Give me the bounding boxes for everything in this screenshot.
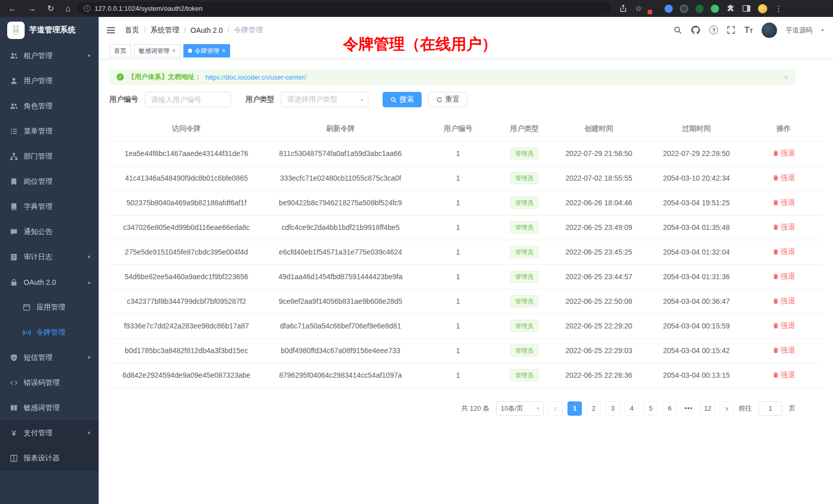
more-pages-button[interactable]: ••• [681, 401, 696, 416]
tab-token[interactable]: 令牌管理 × [183, 44, 230, 57]
user-id-input[interactable] [145, 92, 231, 107]
puzzle-icon[interactable] [726, 4, 735, 13]
page-button-6[interactable]: 6 [662, 401, 677, 416]
breadcrumb-oauth2[interactable]: OAuth 2.0 [191, 26, 223, 34]
page-button-3[interactable]: 3 [605, 401, 620, 416]
home-icon[interactable]: ⌂ [65, 5, 70, 13]
force-logout-button[interactable]: 强退 [772, 173, 795, 183]
tab-sensitiveword[interactable]: 敏感词管理 × [134, 44, 180, 57]
filter-form: 用户编号 用户类型 请选择用户类型 ▾ 搜索 重置 [109, 92, 796, 107]
sidebar-item-report[interactable]: 报表设计器 [0, 445, 99, 471]
sidebar-item-sms[interactable]: 短信管理 ▾ [0, 345, 99, 370]
close-icon[interactable]: × [222, 47, 225, 54]
extension-blue-icon[interactable] [665, 5, 673, 13]
force-logout-button[interactable]: 强退 [772, 149, 795, 158]
menu-fold-icon[interactable] [106, 25, 116, 35]
page-button-4[interactable]: 4 [624, 401, 639, 416]
user-name[interactable]: 芋道源码 [786, 26, 812, 35]
force-logout-button[interactable]: 强退 [772, 198, 795, 207]
cell-expire-time: 2022-07-29 22:28:50 [648, 141, 745, 166]
sidebar-item-role[interactable]: 角色管理 [0, 93, 99, 119]
book-open-icon [10, 404, 18, 412]
app-logo[interactable]: 芋道管理系统 [0, 17, 99, 43]
force-logout-button[interactable]: 强退 [772, 272, 795, 281]
page-button-5[interactable]: 5 [643, 401, 658, 416]
cell-refresh-token: b0df4980ffd34c67a08f9156e4eee733 [263, 338, 418, 363]
sidebar-item-oauth2-app[interactable]: 应用管理 [0, 295, 99, 320]
chevron-down-icon: ▾ [87, 52, 90, 59]
tab-home[interactable]: 首页 [109, 44, 131, 57]
chevron-down-icon[interactable]: ▾ [821, 27, 824, 33]
close-icon[interactable]: × [172, 47, 176, 54]
trash-icon [772, 273, 779, 280]
force-logout-button[interactable]: 强退 [772, 321, 795, 331]
force-logout-button[interactable]: 强退 [772, 297, 795, 306]
sidebar-item-oauth2[interactable]: OAuth 2.0 ▴ [0, 269, 99, 295]
reload-icon[interactable]: ↻ [47, 5, 54, 13]
search-button[interactable]: 搜索 [383, 92, 422, 107]
user-type-select[interactable]: 请选择用户类型 ▾ [281, 92, 368, 107]
side-panel-icon[interactable] [742, 4, 751, 13]
user-icon [10, 77, 18, 85]
prev-page-button[interactable]: ‹ [548, 401, 563, 416]
site-info-icon[interactable]: i [84, 5, 90, 12]
extension-dark-icon[interactable] [680, 5, 688, 13]
url-bar[interactable]: i 127.0.0.1:1024/system/oauth2/token [78, 2, 612, 15]
forward-icon[interactable]: → [28, 5, 36, 13]
sidebar-item-dept[interactable]: 部门管理 [0, 144, 99, 169]
active-dot [188, 49, 192, 53]
help-icon[interactable]: ? [709, 26, 718, 34]
bookmark-star-icon[interactable]: ☆ [635, 5, 642, 13]
user-avatar[interactable] [762, 23, 777, 38]
cell-user-type: 管理员 [499, 314, 550, 338]
font-size-icon[interactable]: TT [744, 26, 753, 35]
table-row: 41c41346a548490f9dc8b01c6bfe0865 333ecfc… [109, 166, 822, 190]
table-row: f9336e7c7dd242a283ee98dc86b17a87 dfa6c71… [109, 314, 822, 338]
token-table: 访问令牌 刷新令牌 用户编号 用户类型 创建时间 过期时间 操作 1ea5e44… [109, 117, 822, 388]
cell-create-time: 2022-06-25 22:26:36 [550, 363, 648, 387]
user-type-badge: 管理员 [510, 270, 539, 283]
breadcrumb-system[interactable]: 系统管理 [150, 26, 179, 35]
sidebar-item-oauth2-token[interactable]: 令牌管理 [0, 320, 99, 345]
cell-access-token: b0d1785bc3a8482f812db4a3f3bd15ec [109, 338, 263, 363]
extension-badge-icon[interactable] [649, 5, 657, 13]
sidebar-item-menu[interactable]: 菜单管理 [0, 119, 99, 144]
next-page-button[interactable]: › [720, 401, 734, 416]
browser-chrome: ← → ↻ ⌂ i 127.0.0.1:1024/system/oauth2/t… [0, 0, 833, 17]
goto-page-input[interactable] [759, 401, 782, 416]
sidebar-item-user[interactable]: 用户管理 [0, 68, 99, 93]
force-logout-button[interactable]: 强退 [772, 371, 795, 380]
share-icon[interactable] [619, 4, 628, 13]
table-row: 275e5de9151045fe87cbdc395e004f4d e6cfd40… [109, 240, 822, 264]
force-logout-button[interactable]: 强退 [772, 247, 795, 257]
fullscreen-icon[interactable] [727, 26, 735, 34]
page-button-2[interactable]: 2 [586, 401, 601, 416]
sidebar-item-pay[interactable]: ¥ 支付管理 ▾ [0, 420, 99, 445]
back-icon[interactable]: ← [8, 5, 16, 13]
sidebar-item-notice[interactable]: 通知公告 [0, 219, 99, 244]
sidebar-item-sensitiveword[interactable]: 敏感词管理 [0, 395, 99, 420]
sidebar-item-dict[interactable]: 字典管理 [0, 194, 99, 219]
sidebar-item-auditlog[interactable]: 审计日志 ▾ [0, 244, 99, 269]
github-icon[interactable] [691, 25, 701, 35]
force-logout-button[interactable]: 强退 [772, 223, 795, 232]
cell-user-id: 1 [418, 190, 499, 215]
breadcrumb-home[interactable]: 首页 [125, 26, 139, 35]
extension-green-icon[interactable] [711, 5, 719, 13]
extension-darkgreen-icon[interactable] [695, 5, 704, 13]
search-icon[interactable] [673, 26, 682, 34]
sidebar-item-post[interactable]: 岗位管理 [0, 169, 99, 194]
browser-menu-icon[interactable]: ⋮ [774, 4, 782, 13]
cell-user-type: 管理员 [499, 289, 550, 314]
page-button-12[interactable]: 12 [701, 401, 715, 416]
close-icon[interactable]: × [784, 73, 788, 82]
doc-link[interactable]: https://doc.iocoder.cn/user-center/ [205, 73, 306, 81]
reset-button[interactable]: 重置 [428, 92, 467, 107]
browser-profile-avatar[interactable] [758, 4, 767, 13]
page-button-1[interactable]: 1 [567, 401, 582, 416]
sidebar-item-tenant[interactable]: 租户管理 ▾ [0, 43, 99, 68]
sidebar-item-errorcode[interactable]: 错误码管理 [0, 370, 99, 395]
lock-icon [10, 278, 18, 286]
page-size-select[interactable]: 10条/页 ▾ [496, 401, 544, 416]
force-logout-button[interactable]: 强退 [772, 346, 795, 355]
